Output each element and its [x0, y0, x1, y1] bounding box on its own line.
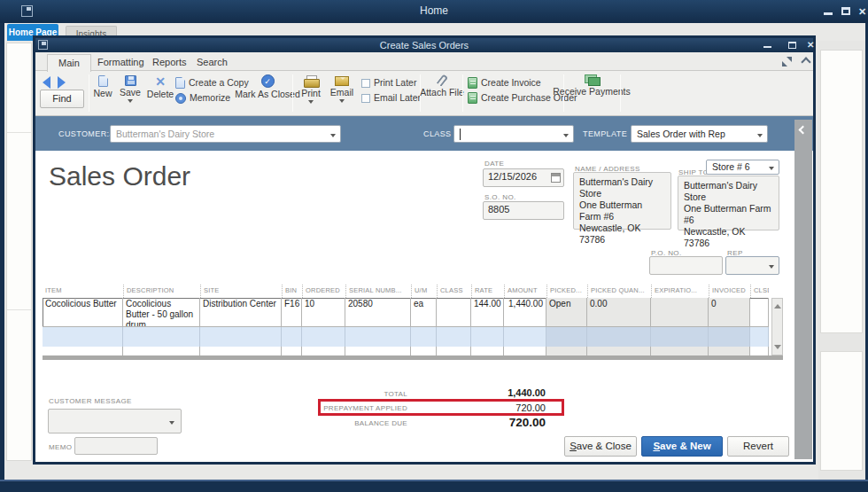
chevron-down-icon: [563, 134, 569, 140]
find-button[interactable]: Find: [40, 90, 84, 108]
chevron-down-icon: [769, 265, 774, 271]
tab-main[interactable]: Main: [47, 54, 91, 72]
check-circle-icon: ✓: [261, 74, 275, 88]
envelope-icon: [335, 76, 349, 86]
app-title: Home: [0, 4, 868, 17]
scroll-down-icon[interactable]: [774, 345, 781, 353]
table-row-empty[interactable]: [43, 327, 769, 347]
mark-as-closed-button[interactable]: ✓ Mark As Closed: [246, 74, 289, 99]
chevron-down-icon: [330, 134, 336, 140]
create-copy-button[interactable]: Create a Copy: [175, 76, 249, 90]
app-minimize-button[interactable]: [824, 12, 833, 15]
customer-message-combo[interactable]: [48, 409, 182, 433]
chevron-left-icon[interactable]: [799, 126, 808, 135]
scroll-up-icon[interactable]: [774, 301, 781, 308]
prepayment-highlight-annotation: [318, 399, 564, 416]
quickbooks-app: Home ✕ Home Page Insights Create Sales O…: [0, 0, 868, 492]
po-no-field[interactable]: [649, 256, 723, 275]
checkbox-icon: [361, 94, 370, 103]
memorize-bubble-icon: [175, 93, 186, 104]
table-bottom-bar: [43, 355, 783, 360]
money-icon: [585, 74, 599, 85]
later-checkbox-group: Print Later Email Later: [361, 76, 421, 106]
table-header-row: ITEM DESCRIPTION SITE BIN ORDERED SERIAL…: [43, 285, 769, 298]
collapse-ribbon-icon[interactable]: [801, 57, 810, 66]
home-background-left-panel: [6, 43, 32, 461]
table-scrollbar[interactable]: [771, 298, 783, 355]
ribbon-tab-row: Main Formatting Reports Search: [35, 52, 813, 71]
home-background-right: [818, 41, 865, 480]
calendar-icon[interactable]: [551, 173, 561, 183]
app-bottom-bar: [0, 480, 868, 492]
chevron-down-icon: [169, 421, 174, 427]
total-label: TOTAL: [257, 390, 407, 398]
tab-search[interactable]: Search: [186, 54, 238, 71]
print-later-checkbox[interactable]: Print Later: [361, 76, 421, 90]
class-label: CLASS: [423, 129, 452, 138]
name-address-box[interactable]: Butterman's Dairy Store One Butterman Fa…: [573, 172, 671, 230]
email-dropdown-caret: [339, 99, 345, 105]
date-label: DATE: [484, 160, 504, 168]
back-arrow-icon[interactable]: [43, 76, 50, 89]
save-button[interactable]: Save: [117, 75, 143, 105]
checkbox-icon: [361, 79, 370, 88]
form-header-band: CUSTOMER:JOB Butterman's Dairy Store CLA…: [35, 116, 813, 151]
delete-x-icon: ✕: [155, 75, 166, 88]
ship-to-combo[interactable]: Store # 6: [706, 160, 779, 175]
side-panel-collapse-strip[interactable]: [794, 120, 812, 459]
line-item-table: ITEM DESCRIPTION SITE BIN ORDERED SERIAL…: [43, 285, 769, 356]
memo-field[interactable]: [74, 437, 158, 455]
expand-ribbon-icon[interactable]: [782, 57, 792, 66]
forward-arrow-icon[interactable]: [58, 76, 66, 89]
customer-message-label: CUSTOMER MESSAGE: [49, 397, 132, 405]
table-row[interactable]: Cocolicious Butter Cocolicious Butter - …: [43, 298, 769, 327]
save-floppy-icon: [125, 75, 136, 86]
window-close-button[interactable]: ✕: [807, 41, 814, 50]
save-new-button[interactable]: Save & New: [641, 436, 723, 457]
so-no-field[interactable]: 8805: [483, 201, 564, 220]
window-maximize-button[interactable]: [788, 42, 796, 49]
class-combo[interactable]: [453, 125, 574, 143]
window-minimize-button[interactable]: [763, 46, 771, 48]
receive-payments-button[interactable]: Receive Payments: [569, 74, 615, 97]
save-dropdown-caret: [128, 99, 133, 105]
new-button[interactable]: New: [90, 75, 115, 98]
balance-due-value: 720.00: [425, 416, 546, 429]
template-label: TEMPLATE: [583, 129, 627, 138]
purchase-order-document-icon: [468, 92, 477, 104]
invoice-document-icon: [468, 77, 477, 89]
printer-icon: [304, 75, 318, 87]
print-dropdown-caret: [308, 100, 314, 106]
new-document-icon: [98, 75, 108, 87]
text-cursor: [460, 129, 461, 140]
attach-file-button[interactable]: Attach File: [425, 74, 459, 98]
ship-to-address-box[interactable]: Butterman's Dairy Store One Butterman Fa…: [678, 176, 779, 230]
toolbar: Find New Save ✕ Delete Create a Copy: [35, 71, 813, 116]
app-maximize-button[interactable]: [841, 7, 850, 15]
balance-due-label: BALANCE DUE: [257, 419, 407, 427]
template-combo[interactable]: Sales Order with Rep: [631, 125, 768, 143]
create-sales-orders-window: Create Sales Orders ✕ Main Formatting Re…: [33, 35, 816, 465]
app-titlebar: Home ✕: [0, 0, 868, 23]
total-value: 1,440.00: [425, 387, 546, 398]
delete-button[interactable]: ✕ Delete: [145, 75, 175, 99]
email-later-checkbox[interactable]: Email Later: [361, 91, 421, 105]
rep-combo[interactable]: [725, 256, 779, 275]
chevron-down-icon: [757, 134, 763, 140]
memo-label: MEMO: [49, 443, 73, 451]
copy-document-icon: [175, 77, 185, 89]
revert-button[interactable]: Revert: [727, 436, 789, 457]
customer-job-combo[interactable]: Butterman's Dairy Store: [110, 125, 341, 143]
so-no-label: S.O. NO.: [484, 193, 516, 201]
date-field[interactable]: 12/15/2026: [483, 168, 564, 187]
chevron-down-icon: [769, 167, 774, 173]
window-title: Create Sales Orders: [35, 40, 813, 51]
app-left-border: [0, 23, 4, 480]
window-titlebar: Create Sales Orders ✕: [35, 38, 813, 52]
save-close-button[interactable]: Save & Close: [564, 436, 637, 457]
email-button[interactable]: Email: [328, 76, 356, 105]
app-close-button[interactable]: ✕: [858, 7, 866, 16]
page-title: Sales Order: [49, 161, 190, 191]
paperclip-icon: [436, 74, 448, 87]
print-button[interactable]: Print: [298, 75, 324, 106]
